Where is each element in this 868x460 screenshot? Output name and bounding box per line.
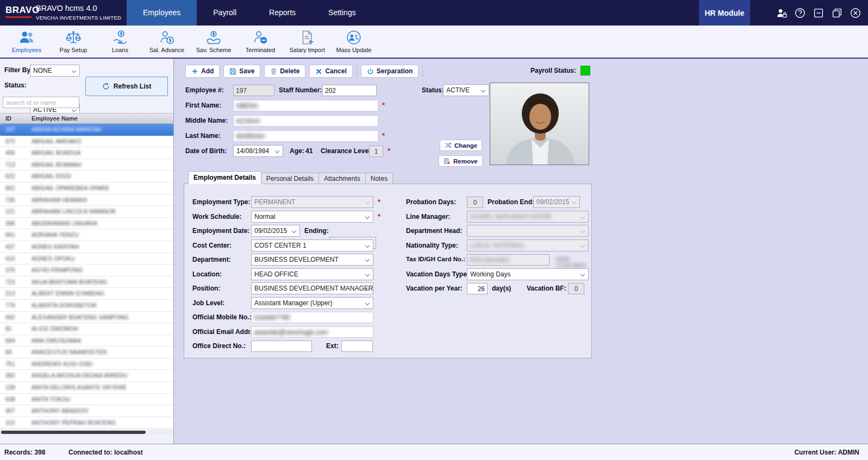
- employee-id: 437: [5, 243, 15, 250]
- official-email-field[interactable]: awardah@venchagh.com: [251, 326, 373, 338]
- employee-row[interactable]: 121ABRAHAM LINCOLN NWANOR: [0, 206, 173, 218]
- close-icon[interactable]: [850, 7, 861, 19]
- refresh-list-button[interactable]: Refresh List: [85, 77, 168, 96]
- employment-date-value: 09/02/2015: [254, 227, 287, 235]
- tab-personal-details[interactable]: Personal Details: [261, 173, 319, 184]
- employee-row[interactable]: 622ABIGAIL KISSI: [0, 171, 173, 182]
- line-manager-label: Line Manager:: [406, 213, 450, 220]
- module-switcher[interactable]: HR Module: [699, 0, 750, 26]
- employment-date-select[interactable]: 09/02/2015: [251, 225, 300, 237]
- employee-name: AGNES OPOKU: [32, 255, 75, 262]
- office-direct-input[interactable]: [251, 341, 312, 352]
- remove-photo-button[interactable]: Remove: [439, 155, 483, 167]
- employee-status-select[interactable]: ACTIVE: [443, 84, 489, 96]
- cancel-button[interactable]: Cancel: [309, 65, 352, 78]
- employee-row[interactable]: 197ABENA ACHIAA WARDAH: [0, 124, 173, 136]
- staff-number-input[interactable]: [322, 85, 377, 96]
- main-content: Add Save Delete Cancel Serparation Payro…: [174, 59, 868, 444]
- employee-row[interactable]: 661ADRIANA YENZU: [0, 229, 173, 241]
- employee-row[interactable]: 406ABIGAIL BOADUA: [0, 147, 173, 159]
- department-select[interactable]: BUSINESS DEVELOPMENT: [251, 254, 373, 266]
- change-photo-label: Change: [454, 142, 477, 149]
- employee-row[interactable]: 410AGNES OPOKU: [0, 253, 173, 265]
- position-select[interactable]: BUSINESS DEVELOPMENT MANAGER: [251, 282, 373, 294]
- employee-row[interactable]: 592ALEXANDER BOATENG SAMPONG: [0, 312, 173, 324]
- tab-attachments[interactable]: Attachments: [319, 173, 366, 184]
- employee-id: 735: [5, 197, 15, 203]
- toolbar-item-sav-scheme[interactable]: Sav. Scheme: [190, 28, 237, 58]
- minimize-icon[interactable]: [813, 7, 825, 19]
- employee-row[interactable]: 779ALBERTA DORGBETOR: [0, 300, 173, 312]
- menu-tabs: EmployeesPayrollReportsSettings: [127, 0, 372, 26]
- search-input[interactable]: [3, 97, 79, 108]
- vacation-days-type-select[interactable]: Working Days: [467, 268, 589, 280]
- save-button[interactable]: Save: [223, 65, 260, 78]
- employees-icon: [18, 29, 35, 46]
- menu-tab-payroll[interactable]: Payroll: [197, 0, 253, 26]
- employee-row[interactable]: 128ANITA DELORIS ASANTE OKYERE: [0, 382, 173, 394]
- ext-input[interactable]: [341, 341, 373, 352]
- middle-name-label: Middle Name:: [185, 117, 228, 124]
- vacation-per-year-input[interactable]: [467, 283, 488, 294]
- tab-notes[interactable]: Notes: [365, 173, 393, 184]
- toolbar-item-employees[interactable]: Employees: [3, 28, 50, 58]
- scrollbar-thumb[interactable]: [1, 431, 146, 434]
- help-icon[interactable]: [794, 7, 806, 19]
- add-button[interactable]: Add: [185, 65, 220, 78]
- employee-row[interactable]: 723AKUA BENTUMA BOATENG: [0, 276, 173, 288]
- toolbar-item-label: Loans: [112, 47, 128, 53]
- middle-name-field[interactable]: ACHIAA: [233, 115, 378, 127]
- delete-button[interactable]: Delete: [264, 65, 305, 78]
- job-level-select[interactable]: Assistant Manager (Upper): [251, 297, 373, 309]
- toolbar-item-pay-setup[interactable]: Pay Setup: [50, 28, 97, 58]
- location-select[interactable]: HEAD OFFICE: [251, 268, 373, 280]
- employee-row[interactable]: 751ANDREWS KUSI OSEI: [0, 358, 173, 370]
- sal-advance-icon: [159, 29, 175, 46]
- employee-row[interactable]: 662ABIGAIL OPAREBEA OPARE: [0, 182, 173, 194]
- official-mobile-field[interactable]: 0244567790: [251, 312, 373, 323]
- employee-row[interactable]: 307ANTHONY ABAIDOO: [0, 405, 173, 417]
- employee-name: ABRAHAM LINCOLN NWANOR: [32, 208, 116, 215]
- toolbar-item-sal-advance[interactable]: Sal. Advance: [143, 28, 190, 58]
- horizontal-scrollbar[interactable]: [0, 430, 173, 434]
- records-count: Records: 398: [4, 449, 45, 456]
- cost-center-select[interactable]: COST CENTER 1: [251, 240, 373, 251]
- employee-row[interactable]: 113ANTHONY PEPRAH BOATENG: [0, 417, 173, 429]
- toolbar-item-label: Pay Setup: [60, 47, 88, 53]
- employee-row[interactable]: 437AGNES KAINYAH: [0, 241, 173, 253]
- toolbar-item-loans[interactable]: Loans: [97, 28, 143, 58]
- first-name-field[interactable]: ABENA: [233, 100, 378, 111]
- column-employee-name: Employee Name: [32, 115, 78, 122]
- employee-row[interactable]: 638ANITA TOKOU: [0, 394, 173, 406]
- employee-row[interactable]: 375AGYEI FRIMPONG: [0, 264, 173, 276]
- menu-tab-settings[interactable]: Settings: [312, 0, 372, 26]
- last-name-field[interactable]: WARDAH: [233, 130, 378, 142]
- employee-row[interactable]: 81ALICE DWOMOH: [0, 323, 173, 335]
- toolbar-item-mass-update[interactable]: Mass Update: [330, 28, 377, 58]
- employee-row[interactable]: 213ALBERT ENNIN GYABENG: [0, 288, 173, 300]
- separation-button[interactable]: Serparation: [361, 65, 419, 78]
- tab-employment-details[interactable]: Employment Details: [188, 171, 261, 184]
- toolbar-item-terminated[interactable]: Terminated: [237, 28, 284, 58]
- menu-tab-reports[interactable]: Reports: [253, 0, 312, 26]
- employee-row[interactable]: 572ABIGAIL AMOAKO: [0, 136, 173, 148]
- toolbar-item-salary-import[interactable]: Salary Import: [284, 28, 330, 58]
- employee-row[interactable]: 396ABUDRAMANI ZAKARIA: [0, 218, 173, 230]
- user-lock-icon[interactable]: [776, 7, 788, 19]
- employee-row[interactable]: 382ANGELA AKOSUA DEDAA WIREDU: [0, 370, 173, 382]
- dob-select[interactable]: 14/08/1984: [233, 145, 283, 157]
- employee-id: 694: [5, 337, 15, 344]
- restore-icon[interactable]: [831, 7, 843, 19]
- employee-row[interactable]: 713ABIGAIL BOAMAH: [0, 159, 173, 171]
- detail-tabs: Employment DetailsPersonal DetailsAttach…: [188, 171, 392, 184]
- change-photo-button[interactable]: Change: [440, 140, 482, 151]
- employee-row[interactable]: 84ANACESTUS NAAMOGTEN: [0, 346, 173, 358]
- employee-row[interactable]: 735ABRAHAM HEMANS: [0, 194, 173, 206]
- work-schedule-select[interactable]: Normal: [251, 211, 373, 223]
- employee-row[interactable]: 694AMA OWUSUWAA: [0, 335, 173, 347]
- employee-name: AMA OWUSUWAA: [32, 337, 81, 344]
- menu-tab-employees[interactable]: Employees: [127, 0, 197, 26]
- employee-name: ANITA DELORIS ASANTE OKYERE: [32, 384, 127, 390]
- filter-by-select[interactable]: NONE: [30, 65, 80, 77]
- toolbar-item-label: Sal. Advance: [149, 47, 184, 53]
